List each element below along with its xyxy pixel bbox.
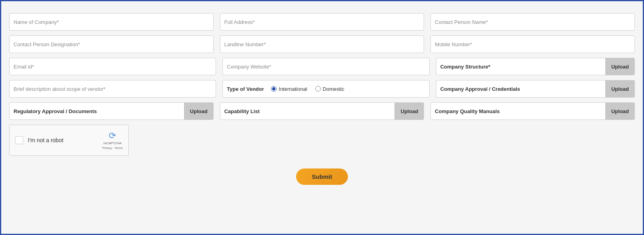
designation-field[interactable] [9,35,214,53]
form-row-5: Regulatory Approval / Documents Upload C… [9,102,635,120]
scope-description-input[interactable] [14,86,212,92]
recaptcha-logo-area: ⟳ reCAPTCHA Privacy - Terms [102,131,123,149]
quality-manuals-upload-field: Company Quality Manuals Upload [430,102,635,120]
company-approval-label: Company Approval / Credentials [436,86,605,92]
full-address-field[interactable] [220,13,424,31]
submit-row: Submit [9,168,635,185]
recaptcha-brand: reCAPTCHA [104,141,122,145]
vendor-type-field: Type of Vendor International Domestic [222,80,429,98]
contact-person-name-field[interactable] [430,13,635,31]
contact-person-name-input[interactable] [435,19,630,25]
captcha-row: I'm not a robot ⟳ reCAPTCHA Privacy - Te… [9,125,635,156]
page-wrapper: Company Structure* Upload Type of Vendor… [0,0,644,235]
capability-list-upload-button[interactable]: Upload [395,103,424,119]
recaptcha-sub: Privacy - Terms [102,146,123,150]
vendor-international-label: International [279,86,307,92]
vendor-type-radio-group: International Domestic [271,86,344,92]
regulatory-approval-upload-button[interactable]: Upload [184,103,213,119]
form-row-2 [9,35,635,53]
vendor-international-radio[interactable] [271,86,277,92]
website-field[interactable] [222,58,429,75]
regulatory-approval-label: Regulatory Approval / Documents [10,108,184,114]
captcha-text: I'm not a robot [28,137,97,143]
captcha-container: I'm not a robot ⟳ reCAPTCHA Privacy - Te… [9,125,129,156]
submit-button[interactable]: Submit [296,168,348,185]
company-approval-upload-field: Company Approval / Credentials Upload [436,80,635,98]
full-address-input[interactable] [224,19,420,25]
website-input[interactable] [227,64,425,70]
company-structure-upload-button[interactable]: Upload [605,58,634,75]
quality-manuals-upload-button[interactable]: Upload [605,103,634,119]
capability-list-upload-field: Capability List Upload [220,102,424,120]
company-name-field[interactable] [9,13,214,31]
form-row-1 [9,13,635,31]
company-approval-upload-button[interactable]: Upload [605,80,634,97]
vendor-domestic-radio[interactable] [315,86,321,92]
scope-description-field[interactable] [9,80,216,98]
form-row-4: Type of Vendor International Domestic Co… [9,80,635,98]
recaptcha-icon: ⟳ [109,131,116,141]
vendor-international-option[interactable]: International [271,86,307,92]
capability-list-label: Capability List [220,108,395,114]
vendor-type-label: Type of Vendor [227,86,264,92]
landline-input[interactable] [224,41,420,47]
company-structure-label: Company Structure* [436,64,605,70]
email-field[interactable] [9,58,216,75]
company-structure-upload-field: Company Structure* Upload [436,58,635,75]
form-container: Company Structure* Upload Type of Vendor… [9,13,635,185]
mobile-field[interactable] [430,35,635,53]
vendor-domestic-option[interactable]: Domestic [315,86,344,92]
regulatory-approval-upload-field: Regulatory Approval / Documents Upload [9,102,214,120]
designation-input[interactable] [14,41,209,47]
company-name-input[interactable] [14,19,209,25]
landline-field[interactable] [220,35,424,53]
email-input[interactable] [14,64,212,70]
quality-manuals-label: Company Quality Manuals [431,108,605,114]
captcha-checkbox[interactable] [15,136,23,144]
form-row-3: Company Structure* Upload [9,58,635,75]
vendor-domestic-label: Domestic [323,86,344,92]
mobile-input[interactable] [435,41,630,47]
